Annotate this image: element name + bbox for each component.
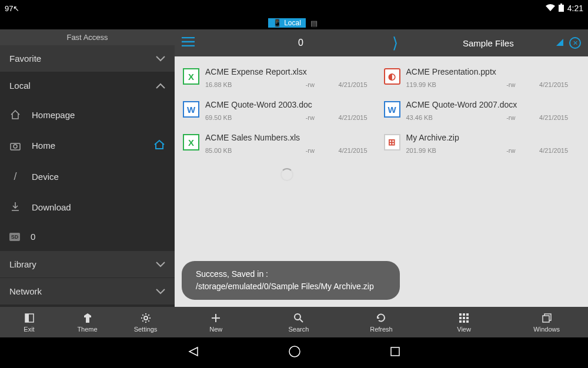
file-permissions: -rw <box>282 114 339 121</box>
camera-icon <box>9 140 21 152</box>
sidebar-section-library[interactable]: Library <box>0 251 175 278</box>
theme-icon <box>83 312 92 324</box>
file-item[interactable]: W ACME Quote-Word 2007.docx 43.46 KB -rw… <box>382 96 583 129</box>
svg-rect-17 <box>543 316 549 322</box>
sidebar-item-label: Homepage <box>32 110 75 120</box>
file-date: 4/21/2015 <box>539 114 580 121</box>
file-type-icon: W <box>384 101 400 118</box>
sidebar-item-sd[interactable]: SD 0 <box>0 222 175 251</box>
file-details: ACME Presentation.pptx 119.99 KB -rw 4/2… <box>406 67 580 88</box>
sidebar-header: Fast Access <box>0 29 175 45</box>
android-nav-bar <box>0 337 588 368</box>
sidebar-section-network[interactable]: Network <box>0 278 175 305</box>
sidebar-item-label: Home <box>32 140 55 150</box>
toolbar-label: New <box>209 326 222 333</box>
file-details: ACME Quote-Word 2007.docx 43.46 KB -rw 4… <box>406 100 580 121</box>
back-button[interactable] <box>187 345 200 360</box>
exit-button[interactable]: Exit <box>0 307 58 337</box>
expand-icon[interactable] <box>556 38 563 48</box>
file-type-icon: X <box>183 134 199 150</box>
svg-rect-13 <box>466 317 469 319</box>
file-size: 69.50 KB <box>205 114 282 121</box>
toolbar-label: Windows <box>533 326 560 333</box>
search-button[interactable]: Search <box>258 307 340 337</box>
plus-icon <box>211 312 221 324</box>
file-permissions: -rw <box>282 81 339 88</box>
sidebar-section-label: Network <box>9 286 42 296</box>
svg-rect-14 <box>459 320 462 323</box>
theme-button[interactable]: Theme <box>58 307 116 337</box>
file-type-icon: ◐ <box>384 68 400 85</box>
file-item[interactable]: ◐ ACME Presentation.pptx 119.99 KB -rw 4… <box>382 63 583 96</box>
sidebar-section-favorite[interactable]: Favorite <box>0 45 175 72</box>
file-item[interactable]: X ACME Sales Numbers.xls 85.00 KB -rw 4/… <box>181 129 382 162</box>
sidebar-item-device[interactable]: / Device <box>0 161 175 192</box>
file-permissions: -rw <box>483 147 540 154</box>
file-item[interactable]: W ACME Quote-Word 2003.doc 69.50 KB -rw … <box>181 96 382 129</box>
sidebar-item-download[interactable]: Download <box>0 192 175 222</box>
bottom-toolbar: Exit Theme Settings New Search Refresh V… <box>0 307 588 337</box>
svg-rect-8 <box>459 313 462 316</box>
sidebar-section-local[interactable]: Local <box>0 72 175 99</box>
svg-point-3 <box>14 145 17 148</box>
close-button[interactable]: ✕ <box>569 37 581 49</box>
sidebar-item-label: 0 <box>31 232 35 242</box>
breadcrumb-divider: ⟩ <box>392 34 398 52</box>
file-size: 16.88 KB <box>205 81 282 88</box>
sidebar-item-home[interactable]: Home <box>0 130 175 161</box>
download-icon <box>9 201 21 213</box>
search-icon <box>293 312 304 324</box>
status-bar: 97↖ 4:21 <box>0 0 588 16</box>
new-button[interactable]: New <box>175 307 258 337</box>
file-details: ACME Expense Report.xlsx 16.88 KB -rw 4/… <box>205 67 379 88</box>
tab-add-button[interactable]: ▤ <box>308 19 320 28</box>
svg-rect-1 <box>560 4 562 5</box>
settings-button[interactable]: Settings <box>116 307 175 337</box>
file-type-icon: W <box>183 101 199 118</box>
refresh-button[interactable]: Refresh <box>340 307 423 337</box>
hamburger-icon[interactable] <box>182 37 195 49</box>
slash-icon: / <box>9 170 21 182</box>
chevron-down-icon <box>156 53 165 63</box>
toolbar-label: Search <box>288 326 309 333</box>
file-details: ACME Sales Numbers.xls 85.00 KB -rw 4/21… <box>205 133 379 154</box>
file-meta: 85.00 KB -rw 4/21/2015 <box>205 147 379 154</box>
chevron-down-icon <box>156 259 165 269</box>
toolbar-label: View <box>457 326 471 333</box>
file-size: 43.46 KB <box>406 114 483 121</box>
sidebar-section-label: Favorite <box>9 53 41 63</box>
recents-button[interactable] <box>389 346 401 360</box>
svg-rect-9 <box>463 313 465 316</box>
view-button[interactable]: View <box>423 307 506 337</box>
file-name: ACME Quote-Word 2007.docx <box>406 100 580 109</box>
svg-rect-12 <box>463 317 465 319</box>
tab-local-label: Local <box>284 19 301 27</box>
svg-rect-10 <box>466 313 469 316</box>
toolbar-label: Refresh <box>370 326 393 333</box>
file-item[interactable]: ⊞ My Archive.zip 201.99 KB -rw 4/21/2015 <box>382 129 583 162</box>
svg-rect-5 <box>25 314 29 322</box>
file-item[interactable]: X ACME Expense Report.xlsx 16.88 KB -rw … <box>181 63 382 96</box>
status-time: 4:21 <box>567 4 583 13</box>
file-date: 4/21/2015 <box>339 147 379 154</box>
toast-line1: Success, Saved in : <box>196 268 386 280</box>
sidebar-item-homepage[interactable]: Homepage <box>0 99 175 130</box>
breadcrumb-current[interactable]: Sample Files <box>463 38 514 48</box>
file-details: ACME Quote-Word 2003.doc 69.50 KB -rw 4/… <box>205 100 379 121</box>
svg-rect-0 <box>559 5 564 12</box>
file-name: My Archive.zip <box>406 133 580 142</box>
windows-icon <box>542 312 552 324</box>
windows-button[interactable]: Windows <box>505 307 588 337</box>
tab-local[interactable]: 📱 Local <box>268 18 306 28</box>
file-permissions: -rw <box>483 81 540 88</box>
grid-icon <box>459 312 469 324</box>
battery-icon <box>559 4 564 14</box>
home-button[interactable] <box>288 345 301 360</box>
file-name: ACME Quote-Word 2003.doc <box>205 100 379 109</box>
file-meta: 119.99 KB -rw 4/21/2015 <box>406 81 580 88</box>
sidebar: Fast Access Favorite Local Homepage Home… <box>0 29 175 307</box>
file-type-icon: X <box>183 68 199 85</box>
status-left: 97↖ <box>5 4 19 13</box>
breadcrumb-root[interactable]: 0 <box>298 38 303 48</box>
file-date: 4/21/2015 <box>539 81 580 88</box>
